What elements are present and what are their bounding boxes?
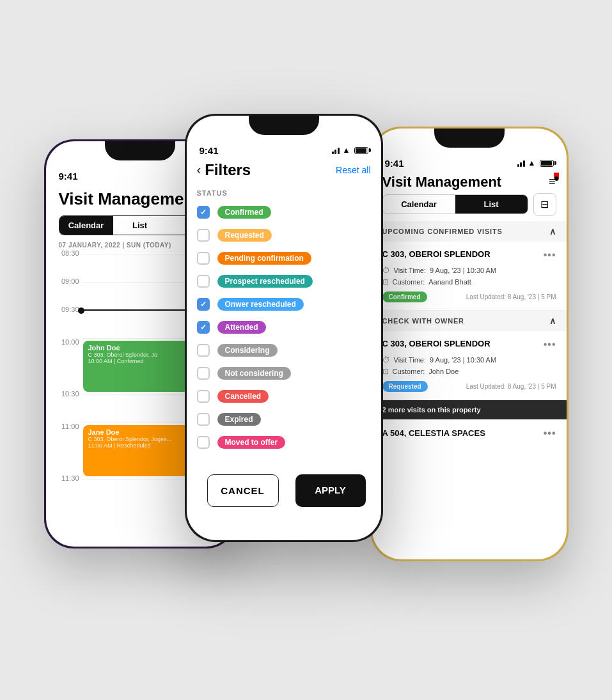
filter-expired[interactable]: Expired xyxy=(187,408,381,431)
signal-icon-middle xyxy=(332,146,340,154)
checkbox-moved-to-offer[interactable] xyxy=(197,436,210,449)
pill-attended: Attended xyxy=(217,321,266,334)
checkbox-requested[interactable] xyxy=(197,229,210,242)
section-celestia: A 504, CELESTIA SPACES ••• xyxy=(372,419,567,447)
more-visits-bar[interactable]: 2 more visits on this property xyxy=(372,400,567,419)
right-tab-group: Calendar List xyxy=(382,194,528,214)
filter-considering[interactable]: Considering xyxy=(187,339,381,362)
battery-icon-middle xyxy=(354,147,368,154)
card-footer-2: Requested Last Updated: 8 Aug, '23 | 5 P… xyxy=(382,381,556,392)
filter-confirmed[interactable]: Confirmed xyxy=(187,201,381,224)
visit-card-1-header: C 303, OBEROI SPLENDOR ••• xyxy=(382,249,556,261)
chevron-up-owner[interactable]: ∧ xyxy=(549,316,556,326)
tab-list-right[interactable]: List xyxy=(455,195,528,214)
notch-right xyxy=(434,128,505,148)
apply-button-middle[interactable]: APPLY xyxy=(295,474,366,507)
filters-header: ‹ Filters Reset all xyxy=(187,156,381,182)
more-options-1[interactable]: ••• xyxy=(544,249,556,261)
checkbox-cancelled[interactable] xyxy=(197,390,210,403)
reset-all-button[interactable]: Reset all xyxy=(336,165,370,175)
checkbox-pending[interactable] xyxy=(197,252,210,265)
menu-btn-container: ≡ ● xyxy=(549,175,556,189)
filter-owner-rescheduled[interactable]: Onwer rescheduled xyxy=(187,293,381,316)
pill-cancelled: Cancelled xyxy=(217,390,269,403)
pill-moved-to-offer: Moved to offer xyxy=(217,436,286,449)
pill-confirmed: Confirmed xyxy=(217,206,271,219)
filter-cancelled[interactable]: Cancelled xyxy=(187,385,381,408)
customer-label-1: Customer: xyxy=(393,278,425,286)
notification-dot: ● xyxy=(554,173,559,178)
more-options-celestia[interactable]: ••• xyxy=(544,428,556,439)
status-tag-2: Requested xyxy=(382,381,428,392)
chevron-up-upcoming[interactable]: ∧ xyxy=(549,226,556,237)
filter-button-right[interactable]: ⊟ xyxy=(533,193,556,216)
filter-prospect-rescheduled[interactable]: Prospect rescheduled xyxy=(187,270,381,293)
pill-prospect-rescheduled: Prospect rescheduled xyxy=(217,275,313,288)
right-title: Visit Management xyxy=(382,174,502,191)
filter-requested[interactable]: Requested xyxy=(187,224,381,247)
section-title-upcoming: UPCOMING CONFIRMED VISITS xyxy=(382,228,503,235)
checkbox-attended[interactable] xyxy=(197,321,210,334)
filter-icon: ⊟ xyxy=(540,198,549,210)
person-icon-2: ⊡ xyxy=(382,367,389,376)
time-label-1130: 11:30 xyxy=(49,474,79,482)
time-label-1000: 10:00 xyxy=(49,338,79,346)
status-section-label: STATUS xyxy=(187,182,381,201)
cancel-button-middle[interactable]: CANCEL xyxy=(207,474,279,507)
pill-requested: Requested xyxy=(217,229,272,242)
section-title-owner: CHECK WITH OWNER xyxy=(382,317,464,325)
checkbox-prospect-rescheduled[interactable] xyxy=(197,275,210,288)
back-button[interactable]: ‹ xyxy=(197,162,201,177)
tab-calendar-left[interactable]: Calendar xyxy=(59,216,113,235)
tab-calendar-right[interactable]: Calendar xyxy=(383,195,455,214)
right-header-actions: ≡ ● xyxy=(549,175,556,189)
filter-not-considering[interactable]: Not considering xyxy=(187,362,381,385)
time-left: 9:41 xyxy=(59,171,78,182)
visit-time-value-1: 9 Aug, '23 | 10:30 AM xyxy=(430,267,496,274)
clock-icon-2: ⏱ xyxy=(382,355,390,364)
last-updated-1: Last Updated: 8 Aug, '23 | 5 PM xyxy=(466,293,556,300)
time-middle: 9:41 xyxy=(200,145,219,156)
tab-list-left[interactable]: List xyxy=(113,216,167,235)
checkbox-not-considering[interactable] xyxy=(197,367,210,380)
clock-icon-1: ⏱ xyxy=(382,266,390,275)
right-header: Visit Management ≡ ● xyxy=(372,169,567,193)
filter-pending[interactable]: Pending confirmation xyxy=(187,247,381,270)
more-options-2[interactable]: ••• xyxy=(544,339,556,350)
checkbox-owner-rescheduled[interactable] xyxy=(197,298,210,311)
pill-owner-rescheduled: Onwer rescheduled xyxy=(217,298,304,311)
time-label-1030: 10:30 xyxy=(49,390,79,398)
visit-time-value-2: 9 Aug, '23 | 10:30 AM xyxy=(430,356,496,364)
status-icons-right: ▲ xyxy=(517,159,554,167)
property-name-2: C 303, OBEROI SPLENDOR xyxy=(382,339,490,348)
status-bar-right: 9:41 ▲ xyxy=(372,153,567,169)
wifi-icon-right: ▲ xyxy=(528,159,536,167)
wifi-icon-middle: ▲ xyxy=(343,146,350,155)
filter-attended[interactable]: Attended xyxy=(187,316,381,339)
section-check-owner: CHECK WITH OWNER ∧ xyxy=(372,311,567,331)
status-icons-middle: ▲ xyxy=(332,146,368,155)
property-name-1: C 303, OBEROI SPLENDOR xyxy=(382,249,490,259)
last-updated-2: Last Updated: 8 Aug, '23 | 5 PM xyxy=(466,383,556,390)
right-tab-row: Calendar List ⊟ xyxy=(382,193,556,216)
checkbox-confirmed[interactable] xyxy=(197,206,210,219)
current-time-dot xyxy=(78,307,84,314)
middle-phone: 9:41 ▲ ‹ xyxy=(185,114,383,542)
status-tag-1: Confirmed xyxy=(382,292,427,302)
notch-middle xyxy=(249,116,319,135)
filters-title: Filters xyxy=(205,161,336,179)
customer-label-2: Customer: xyxy=(393,368,425,375)
section-title-celestia: A 504, CELESTIA SPACES xyxy=(382,428,485,438)
status-bar-middle: 9:41 ▲ xyxy=(187,140,381,156)
pill-expired: Expired xyxy=(217,413,261,426)
filters-list: Confirmed Requested Pending confirmation xyxy=(187,201,381,454)
right-phone: 9:41 ▲ Visit Man xyxy=(370,127,569,561)
checkbox-expired[interactable] xyxy=(197,413,210,426)
checkbox-considering[interactable] xyxy=(197,344,210,357)
time-right: 9:41 xyxy=(385,158,404,169)
card-footer-1: Confirmed Last Updated: 8 Aug, '23 | 5 P… xyxy=(382,292,556,302)
visit-time-label-2: Visit Time: xyxy=(394,356,427,364)
time-label-0900: 09:00 xyxy=(49,277,79,285)
pill-not-considering: Not considering xyxy=(217,367,291,380)
filter-moved-to-offer[interactable]: Moved to offer xyxy=(187,431,381,454)
